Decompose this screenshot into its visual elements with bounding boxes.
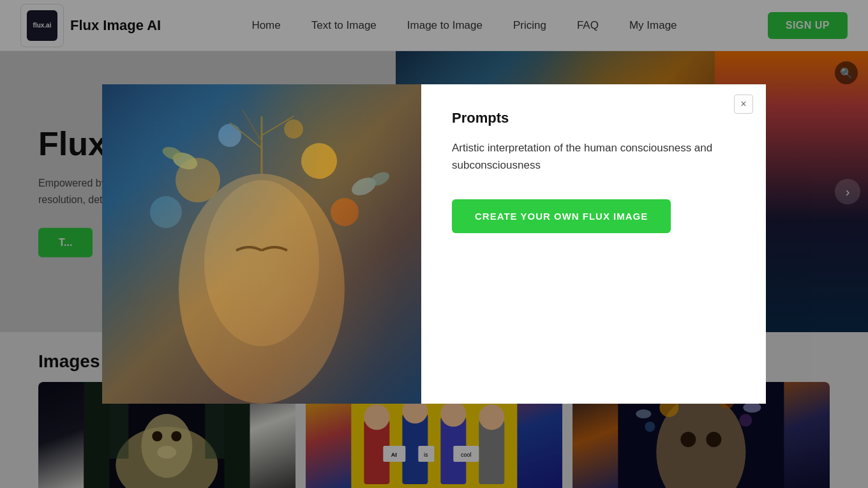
svg-point-50	[301, 143, 337, 179]
modal-overlay: × Prompts Artistic interpretation of the…	[0, 0, 868, 488]
modal-image	[102, 84, 421, 404]
svg-point-52	[150, 196, 182, 228]
modal-close-button[interactable]: ×	[734, 95, 753, 114]
modal-content: × Prompts Artistic interpretation of the…	[421, 84, 766, 404]
modal-image-svg	[102, 84, 421, 404]
modal-prompt-text: Artistic interpretation of the human con…	[452, 139, 735, 174]
modal-prompts-heading: Prompts	[452, 110, 735, 126]
svg-point-48	[204, 180, 319, 346]
svg-point-53	[218, 124, 241, 147]
modal-create-button[interactable]: CREATE YOUR OWN FLUX IMAGE	[452, 199, 671, 233]
svg-point-51	[331, 198, 359, 226]
svg-point-54	[284, 119, 303, 139]
